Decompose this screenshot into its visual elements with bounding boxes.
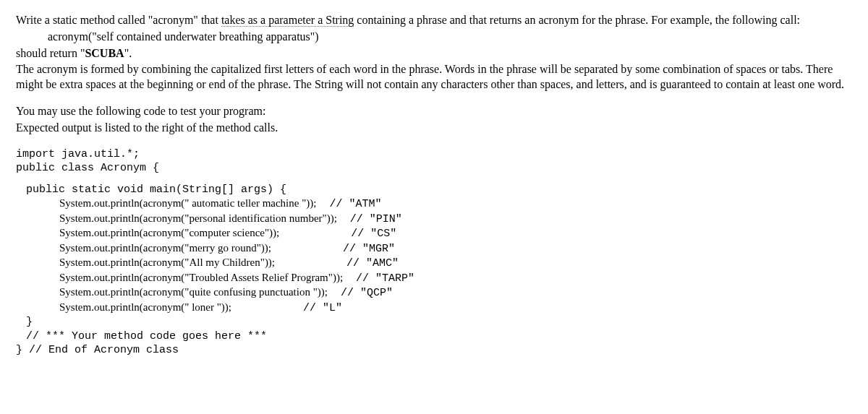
code-import: import java.util.*; (16, 147, 852, 162)
code-call-atm: System.out.println(acronym(" automatic t… (16, 197, 852, 212)
code-call-tarp-comment: // "TARP" (343, 272, 414, 285)
code-call-pin: System.out.println(acronym("personal ide… (16, 212, 852, 227)
text-before-dotted: Write a static method called "acronym" t… (16, 14, 221, 26)
test-instructions-line2: Expected output is listed to the right o… (16, 121, 852, 136)
code-call-qcp-call: System.out.println(acronym("quite confus… (59, 286, 328, 298)
code-main-close: } (16, 315, 852, 329)
code-call-l: System.out.println(acronym(" loner ")); … (16, 301, 852, 316)
code-call-tarp: System.out.println(acronym("Troubled Ass… (16, 271, 852, 286)
code-call-mgr: System.out.println(acronym("merry go rou… (16, 241, 852, 256)
code-class-close: } // End of Acronym class (16, 343, 852, 358)
text-dotted-underline: takes as a parameter a String (221, 14, 354, 27)
text-after-dotted: containing a phrase and that returns an … (354, 14, 800, 26)
code-call-qcp-comment: // "QCP" (328, 287, 393, 299)
code-call-amc: System.out.println(acronym("All my Child… (16, 256, 852, 271)
code-class-decl: public class Acronym { (16, 161, 852, 176)
problem-statement-line1: Write a static method called "acronym" t… (16, 13, 852, 28)
should-return-prefix: should return " (16, 47, 85, 59)
code-call-atm-call: System.out.println(acronym(" automatic t… (59, 197, 316, 209)
code-call-pin-call: System.out.println(acronym("personal ide… (59, 212, 337, 224)
should-return-suffix: ". (124, 47, 132, 59)
example-call: acronym("self contained underwater breat… (16, 30, 852, 45)
code-call-qcp: System.out.println(acronym("quite confus… (16, 285, 852, 301)
code-call-tarp-call: System.out.println(acronym("Troubled Ass… (59, 272, 343, 283)
code-call-amc-call: System.out.println(acronym("All my Child… (59, 256, 275, 268)
code-call-atm-comment: // "ATM" (316, 198, 381, 210)
code-block: import java.util.*; public class Acronym… (16, 147, 852, 358)
should-return-line: should return "SCUBA". (16, 46, 852, 61)
code-main-decl: public static void main(String[] args) { (16, 183, 852, 197)
test-instructions-line1: You may use the following code to test y… (16, 104, 852, 119)
code-call-l-call: System.out.println(acronym(" loner ")); (59, 301, 231, 313)
explanation-paragraph: The acronym is formed by combining the c… (16, 62, 852, 92)
code-call-pin-comment: // "PIN" (337, 213, 402, 225)
code-your-method-comment: // *** Your method code goes here *** (16, 329, 852, 344)
code-call-mgr-comment: // "MGR" (271, 243, 395, 255)
code-call-cs-comment: // "CS" (279, 228, 396, 240)
code-call-cs-call: System.out.println(acronym("computer sci… (59, 227, 279, 238)
scuba-bold: SCUBA (85, 47, 124, 59)
code-call-cs: System.out.println(acronym("computer sci… (16, 226, 852, 241)
code-call-mgr-call: System.out.println(acronym("merry go rou… (59, 242, 271, 254)
code-call-amc-comment: // "AMC" (275, 257, 399, 269)
code-call-l-comment: // "L" (231, 302, 342, 314)
